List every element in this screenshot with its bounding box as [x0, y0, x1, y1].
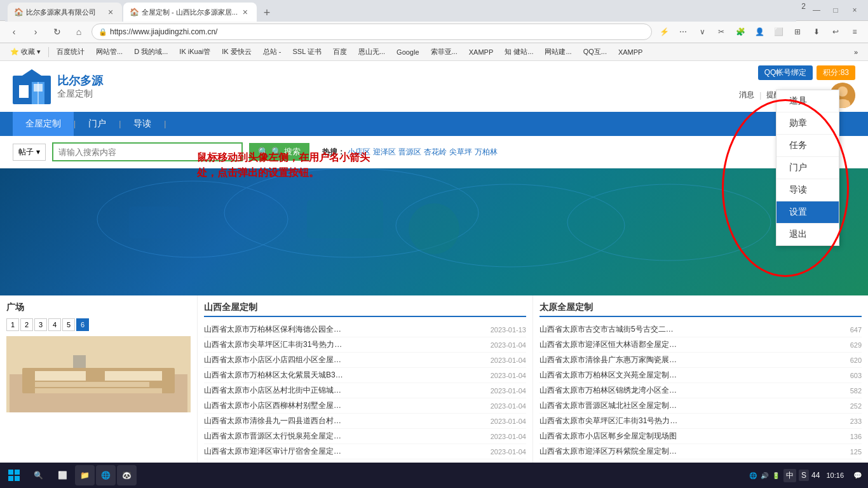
bookmark-baidu[interactable]: 百度 — [328, 46, 352, 58]
bookmark-aikuai[interactable]: IK 爱快云 — [217, 46, 256, 58]
tray-battery-icon[interactable]: 🔋 — [771, 470, 781, 480]
tray-extra-icon[interactable]: 44 — [811, 471, 820, 480]
bookmark-sophia[interactable]: 索菲亚... — [426, 46, 463, 58]
hot-tag-5[interactable]: 尖草坪 — [449, 147, 472, 158]
shanxi-news-9-title[interactable]: 山西省太原市迎泽区审计厅宿舍全屋定制现场 — [204, 446, 344, 457]
close-button[interactable]: × — [846, 2, 863, 18]
shanxi-news-4-title[interactable]: 山西省太原市万柏林区太化紫晨天城B3全屋定 — [204, 370, 344, 381]
bookmark-favorites[interactable]: ⭐ 收藏 ▾ — [5, 46, 46, 58]
menu-item-logout[interactable]: 退出 — [776, 224, 839, 245]
bookmark-qq[interactable]: QQ互... — [578, 46, 612, 58]
taiyuan-news-1-title[interactable]: 山西省太原市古交市古城街5号古交二小全屋 — [539, 324, 679, 335]
shanxi-news-8-title[interactable]: 山西省太原市晋源区太行悦泉苑全屋定制现场 — [204, 431, 344, 442]
menu-item-guide[interactable]: 导读 — [776, 179, 839, 201]
shanxi-news-6-title[interactable]: 山西省太原市小店区西柳林村别墅全屋定制现 — [204, 400, 344, 411]
taiyuan-news-9-title[interactable]: 山西省太原市迎泽区万科紫院全屋定制现场图 — [539, 446, 679, 457]
grid-icon[interactable]: ⊞ — [789, 24, 806, 40]
forward-button[interactable]: › — [27, 23, 44, 41]
bookmark-ikuai-mgr[interactable]: IK iKuai管 — [174, 46, 215, 58]
score-button[interactable]: 积分:83 — [817, 65, 855, 80]
taiyuan-news-6-title[interactable]: 山西省太原市晋源区城北社区全屋定制现场图 — [539, 400, 679, 411]
restore-button[interactable]: □ — [827, 2, 844, 18]
page-btn-6[interactable]: 6 — [76, 318, 89, 331]
menu-item-portal[interactable]: 门户 — [776, 157, 839, 179]
bookmark-more[interactable]: » — [849, 47, 863, 57]
search-button[interactable]: 🔍 🔍 搜索 — [249, 143, 309, 161]
menu-button[interactable]: ≡ — [846, 24, 863, 40]
bookmark-baidu-stats[interactable]: 百度统计 — [51, 46, 90, 58]
back-button[interactable]: ‹ — [5, 23, 23, 41]
taiyuan-news-5-title[interactable]: 山西省太原市万柏林区锦绣龙湾小区全屋定制 — [539, 385, 679, 396]
taiyuan-news-4-title[interactable]: 山西省太原市万柏林区文兴苑全屋定制现场图 — [539, 370, 679, 381]
address-field[interactable]: 🔒 https://www.jiajudingzhi.com.cn/ — [92, 24, 652, 40]
hot-tag-2[interactable]: 迎泽区 — [373, 147, 396, 158]
message-link[interactable]: 消息 — [739, 90, 754, 100]
hot-tag-3[interactable]: 晋源区 — [398, 147, 421, 158]
cut-icon[interactable]: ✂ — [713, 24, 729, 40]
extensions-button[interactable]: ⚡ — [656, 24, 672, 40]
expand-button[interactable]: ∨ — [694, 24, 710, 40]
avatar-icon[interactable]: 👤 — [751, 24, 768, 40]
bookmark-domain[interactable]: D 我的域... — [129, 46, 173, 58]
new-tab-button[interactable]: + — [258, 4, 276, 22]
taiyuan-news-8-title[interactable]: 山西省太原市小店区郸乡全屋定制现场图 — [539, 431, 677, 442]
taskbar-explorer[interactable]: 📁 — [75, 465, 95, 485]
hot-tag-1[interactable]: 小店区 — [348, 147, 370, 158]
bookmark-enshan[interactable]: 恩山无... — [353, 46, 390, 58]
hot-tag-6[interactable]: 万柏林 — [475, 147, 498, 158]
page-btn-3[interactable]: 3 — [34, 318, 47, 331]
bookmark-xampp2[interactable]: XAMPP — [613, 47, 648, 57]
bookmark-jian[interactable]: 知 健站... — [499, 46, 538, 58]
page-btn-5[interactable]: 5 — [62, 318, 75, 331]
tray-network-icon[interactable]: 🌐 — [748, 470, 758, 480]
shanxi-news-7-title[interactable]: 山西省太原市清徐县九一四县道西台村全屋定 — [204, 416, 344, 426]
more-button[interactable]: ⋯ — [675, 24, 691, 40]
shanxi-news-5-title[interactable]: 山西省太原市小店区丛村北街中正锦城A1-2全 — [204, 385, 344, 396]
start-button[interactable] — [3, 464, 25, 487]
tab-1[interactable]: 🏠 比尔多源家具有限公司 × — [8, 3, 122, 22]
taskbar-search-button[interactable]: 🔍 — [27, 464, 50, 487]
screen-icon[interactable]: ⬜ — [770, 24, 787, 40]
taskbar-app1[interactable]: 🐼 — [117, 465, 137, 485]
search-input[interactable] — [52, 142, 243, 161]
taskbar-browser[interactable]: 🌐 — [96, 465, 116, 485]
input-lang[interactable]: 中 — [783, 469, 796, 482]
notification-center-button[interactable]: 💬 — [850, 468, 865, 483]
puzzle-icon[interactable]: 🧩 — [732, 24, 749, 40]
taiyuan-news-3-title[interactable]: 山西省太原市清徐县广东惠万家陶瓷展厅全屋 — [539, 355, 679, 365]
tab-2[interactable]: 🏠 全屋定制 - 山西比尔多源家居... × — [123, 3, 257, 22]
qq-login-button[interactable]: QQ帐号绑定 — [758, 65, 813, 80]
nav-item-custom[interactable]: 全屋定制 — [13, 112, 74, 136]
tab-1-close[interactable]: × — [105, 7, 116, 17]
search-type-selector[interactable]: 帖子 ▾ — [13, 144, 46, 161]
bookmark-ssl[interactable]: SSL 证书 — [287, 46, 326, 58]
nav-item-guide[interactable]: 导读 — [121, 112, 164, 136]
shanxi-news-3-title[interactable]: 山西省太原市小店区小店四组小区全屋定制现 — [204, 355, 344, 365]
bookmark-build[interactable]: 网站建... — [539, 46, 576, 58]
undo-icon[interactable]: ↩ — [827, 24, 844, 40]
page-btn-4[interactable]: 4 — [48, 318, 61, 331]
menu-item-tasks[interactable]: 任务 — [776, 135, 839, 157]
bookmark-google[interactable]: Google — [391, 47, 424, 57]
home-button[interactable]: ⌂ — [70, 23, 88, 41]
bookmark-site-mgr[interactable]: 网站管... — [91, 46, 128, 58]
menu-item-medals[interactable]: 勋章 — [776, 112, 839, 135]
menu-item-tools[interactable]: 道具 — [776, 90, 839, 112]
tab-2-close[interactable]: × — [240, 7, 250, 17]
task-view-button[interactable]: ⬜ — [51, 464, 74, 487]
page-btn-2[interactable]: 2 — [20, 318, 33, 331]
input-mode[interactable]: S — [799, 470, 809, 481]
bookmark-main[interactable]: 总站 - — [258, 46, 287, 58]
shanxi-news-2-title[interactable]: 山西省太原市尖草坪区汇丰街31号热力小区全 — [204, 339, 344, 350]
bookmark-xampp1[interactable]: XAMPP — [464, 47, 499, 57]
hot-tag-4[interactable]: 杏花岭 — [424, 147, 447, 158]
tray-volume-icon[interactable]: 🔊 — [759, 470, 770, 480]
refresh-button[interactable]: ↻ — [48, 23, 66, 41]
page-btn-1[interactable]: 1 — [6, 318, 19, 331]
shanxi-news-1-title[interactable]: 山西省太原市万柏林区保利海德公园全屋定制 — [204, 324, 344, 335]
taiyuan-news-7-title[interactable]: 山西省太原市尖草坪区汇丰街31号热力小区全 — [539, 416, 679, 426]
menu-item-settings[interactable]: 设置 — [776, 201, 839, 224]
nav-item-portal[interactable]: 门户 — [76, 112, 119, 136]
taiyuan-news-2-title[interactable]: 山西省太原市迎泽区恒大林语郡全屋定制现场 — [539, 339, 679, 350]
download-icon[interactable]: ⬇ — [808, 24, 825, 40]
